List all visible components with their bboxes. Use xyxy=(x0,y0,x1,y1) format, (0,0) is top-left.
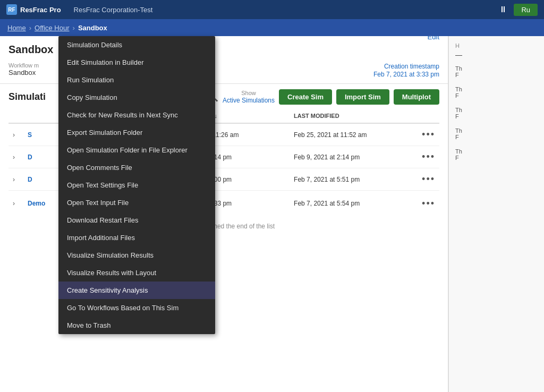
expand-icon[interactable]: › xyxy=(13,176,15,183)
sandbox-title: Sandbox xyxy=(8,44,53,56)
col-actions xyxy=(418,109,439,123)
dropdown-item-edit-simulation-builder[interactable]: Edit Simulation in Builder xyxy=(58,54,215,71)
pause-button[interactable]: ⏸ xyxy=(499,5,507,14)
top-nav-bar: RF ResFrac Pro ResFrac Corporation-Test … xyxy=(0,0,544,19)
last-modified-cell: Feb 7, 2021 at 5:54 pm xyxy=(290,191,418,217)
dropdown-item-open-comments-file[interactable]: Open Comments File xyxy=(58,159,215,176)
dropdown-item-go-to-workflows[interactable]: Go To Workflows Based on This Sim xyxy=(58,299,215,317)
breadcrumb-home[interactable]: Home xyxy=(7,24,26,32)
sim-name[interactable]: Demo xyxy=(28,200,45,207)
sandbox-edit-button[interactable]: Edit xyxy=(428,36,439,41)
main-content: Sandbox Edit Workflow m Sandbox Descript… xyxy=(0,36,544,392)
dropdown-item-import-additional-files[interactable]: Import Additional Files xyxy=(58,229,215,246)
company-name: ResFrac Corporation-Test xyxy=(74,6,153,14)
workflow-meta: Workflow m Sandbox xyxy=(8,62,39,78)
col-expand xyxy=(8,109,23,123)
dropdown-item-move-to-trash[interactable]: Move to Trash xyxy=(58,317,215,334)
last-modified-cell: Feb 7, 2021 at 5:51 pm xyxy=(290,168,418,191)
expand-icon[interactable]: › xyxy=(13,154,15,161)
dropdown-item-create-sensitivity-analysis[interactable]: Create Sensitivity Analysis xyxy=(58,282,215,299)
more-actions-button[interactable]: ••• xyxy=(422,174,435,185)
dropdown-item-open-text-settings[interactable]: Open Text Settings File xyxy=(58,176,215,194)
breadcrumb-sep-2: › xyxy=(73,24,75,32)
dropdown-item-copy-simulation[interactable]: Copy Simulation xyxy=(58,89,215,106)
col-last-modified: LAST MODIFIED xyxy=(290,109,418,123)
dropdown-item-export-simulation-folder[interactable]: Export Simulation Folder xyxy=(58,124,215,141)
more-actions-button[interactable]: ••• xyxy=(422,151,435,163)
dropdown-item-visualize-simulation-results[interactable]: Visualize Simulation Results xyxy=(58,246,215,264)
dropdown-item-open-simulation-file-explorer[interactable]: Open Simulation Folder in File Explorer xyxy=(58,141,215,159)
sim-name[interactable]: S xyxy=(28,131,32,139)
dropdown-item-open-text-input[interactable]: Open Text Input File xyxy=(58,194,215,211)
expand-icon[interactable]: › xyxy=(13,131,15,139)
app-logo[interactable]: RF ResFrac Pro xyxy=(6,4,61,15)
last-modified-cell: Feb 9, 2021 at 2:14 pm xyxy=(290,146,418,168)
dropdown-item-visualize-results-layout[interactable]: Visualize Results with Layout xyxy=(58,264,215,282)
expand-icon[interactable]: › xyxy=(13,200,15,207)
dropdown-item-download-restart-files[interactable]: Download Restart Files xyxy=(58,211,215,229)
dropdown-item-simulation-details[interactable]: Simulation Details xyxy=(58,36,215,54)
creation-timestamp: Creation timestamp Feb 7, 2021 at 3:33 p… xyxy=(373,62,439,78)
run-button[interactable]: Ru xyxy=(514,4,538,16)
dropdown-item-run-simulation[interactable]: Run Simulation xyxy=(58,71,215,89)
multiplot-button[interactable]: Multiplot xyxy=(394,89,439,105)
show-filter[interactable]: Show Active Simulations xyxy=(223,90,275,104)
more-actions-button[interactable]: ••• xyxy=(422,198,435,209)
dropdown-item-check-new-results[interactable]: Check for New Results in Next Sync xyxy=(58,106,215,124)
app-name: ResFrac Pro xyxy=(20,6,61,14)
top-nav-actions: ⏸ Ru xyxy=(499,4,538,16)
create-sim-button[interactable]: Create Sim xyxy=(279,89,332,105)
breadcrumb-office-hour[interactable]: Office Hour xyxy=(35,24,70,32)
breadcrumb: Home › Office Hour › Sandbox xyxy=(0,19,544,36)
simulations-controls: 🔍 Show Active Simulations Create Sim Imp… xyxy=(208,89,439,105)
last-modified-cell: Feb 25, 2021 at 11:52 am xyxy=(290,123,418,146)
context-dropdown-menu: Simulation DetailsEdit Simulation in Bui… xyxy=(58,36,215,334)
breadcrumb-sep-1: › xyxy=(29,24,31,32)
breadcrumb-sandbox[interactable]: Sandbox xyxy=(78,24,107,32)
import-sim-button[interactable]: Import Sim xyxy=(336,89,389,105)
logo-icon: RF xyxy=(6,4,17,15)
sim-name[interactable]: D xyxy=(28,176,32,183)
right-panel: H — Th F Th F Th F Th F Th F xyxy=(448,36,544,392)
more-actions-button[interactable]: ••• xyxy=(422,129,435,140)
sim-name[interactable]: D xyxy=(28,154,32,161)
